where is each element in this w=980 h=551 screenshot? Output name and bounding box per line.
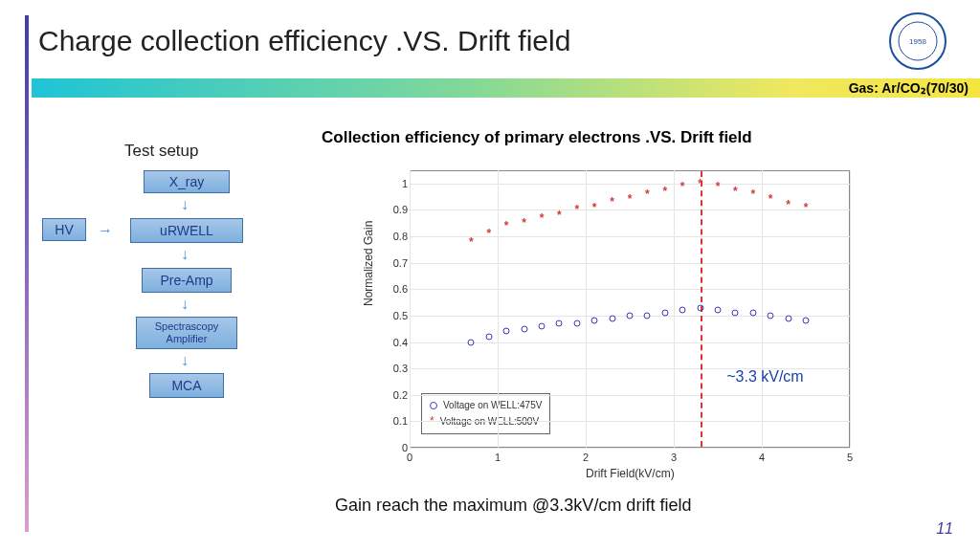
data-point: * [698, 177, 702, 190]
y-tick: 0 [402, 442, 408, 453]
gridline [586, 170, 587, 448]
data-point: * [504, 219, 509, 232]
x-axis-label: Drift Field(kV/cm) [586, 467, 675, 480]
flow-box-xray: X_ray [144, 170, 230, 193]
data-point: * [662, 185, 667, 198]
arrow-down-icon: ↓ [181, 296, 189, 313]
gridline [410, 184, 850, 185]
y-tick: 0.1 [393, 415, 408, 427]
accent-bar [25, 15, 29, 532]
data-point: * [716, 180, 721, 193]
gridline [762, 170, 763, 448]
flow-box-hv: HV [42, 218, 86, 241]
data-point [661, 310, 668, 317]
gridline [674, 170, 675, 448]
data-point [539, 322, 546, 329]
data-point [785, 315, 791, 321]
data-point [556, 320, 563, 327]
data-point [485, 334, 492, 341]
x-tick: 4 [759, 452, 765, 463]
data-point [768, 312, 774, 319]
data-point: * [557, 209, 562, 222]
flow-box-preamp: Pre-Amp [142, 268, 232, 293]
y-tick: 0.5 [393, 310, 408, 321]
data-point [697, 304, 703, 311]
y-tick: 0.4 [393, 337, 408, 348]
data-point [679, 307, 686, 314]
gridline [410, 395, 850, 396]
data-point [503, 328, 510, 335]
gridline [410, 342, 850, 343]
data-point: * [680, 180, 685, 193]
arrow-down-icon: ↓ [181, 196, 189, 213]
data-point [749, 310, 756, 317]
data-point: * [733, 185, 738, 198]
data-point [732, 310, 739, 317]
data-point: * [592, 201, 597, 214]
data-point [573, 320, 580, 327]
gridline [410, 236, 850, 237]
university-logo: 1958 [888, 11, 947, 71]
info-band: Gas: Ar/CO₂(70/30) [32, 78, 980, 98]
gridline [410, 209, 850, 210]
svg-text:1958: 1958 [909, 37, 926, 46]
gridline [850, 170, 851, 448]
setup-heading: Test setup [124, 142, 199, 161]
data-point: * [574, 203, 579, 216]
chart-title: Collection efficiency of primary electro… [322, 128, 752, 147]
data-point: * [610, 195, 614, 209]
y-tick: 0.2 [393, 389, 408, 401]
x-tick: 1 [495, 452, 501, 463]
x-tick: 2 [583, 452, 589, 463]
y-tick: 0.9 [393, 204, 408, 215]
gridline [410, 170, 411, 448]
arrow-down-icon: ↓ [181, 352, 189, 369]
data-point: * [522, 216, 526, 230]
y-tick: 0.7 [393, 257, 408, 269]
data-point [591, 318, 598, 324]
gridline [498, 170, 499, 448]
flow-box-spectrascopy: Spectrascopy Amplifier [136, 317, 237, 349]
chart-caption: Gain reach the maximum @3.3kV/cm drift f… [335, 496, 691, 516]
gridline [410, 448, 850, 449]
data-point: * [768, 192, 773, 206]
data-point: * [628, 192, 633, 206]
data-point [521, 325, 527, 332]
legend-entry: Voltage on WELL:475V [443, 398, 542, 412]
y-tick: 1 [402, 178, 408, 189]
data-point [609, 315, 615, 321]
chart: Normalized Gain Drift Field(kV/cm) Volta… [364, 163, 861, 482]
data-point: * [804, 201, 809, 214]
legend-marker-circle-icon [430, 402, 437, 409]
y-tick: 0.3 [393, 363, 408, 374]
flow-box-urwell: uRWELL [130, 218, 243, 243]
x-tick: 3 [671, 452, 677, 463]
data-point [468, 339, 475, 345]
y-tick: 0.8 [393, 231, 408, 242]
data-point: * [645, 187, 650, 201]
gas-label: Gas: Ar/CO₂(70/30) [849, 80, 969, 96]
flow-box-mca: MCA [149, 373, 224, 398]
gridline [410, 263, 850, 264]
data-point: * [786, 198, 791, 211]
data-point: * [469, 235, 474, 249]
data-point: * [486, 227, 491, 240]
page-title: Charge collection efficiency .VS. Drift … [38, 25, 570, 57]
chart-annotation: ~3.3 kV/cm [726, 368, 803, 386]
data-point [803, 318, 810, 324]
x-tick: 5 [847, 452, 853, 463]
page-number: 11 [936, 520, 953, 538]
y-axis-label: Normalized Gain [362, 221, 375, 306]
data-point: * [540, 211, 545, 225]
gridline [410, 421, 850, 422]
gridline [410, 289, 850, 290]
data-point [715, 307, 722, 314]
arrow-right-icon: → [98, 222, 113, 239]
data-point: * [750, 187, 755, 201]
data-point [627, 312, 634, 319]
arrow-down-icon: ↓ [181, 246, 189, 263]
y-tick: 0.6 [393, 283, 408, 295]
data-point [644, 312, 651, 319]
chart-legend: Voltage on WELL:475V *Voltage on WELL:50… [421, 393, 550, 434]
